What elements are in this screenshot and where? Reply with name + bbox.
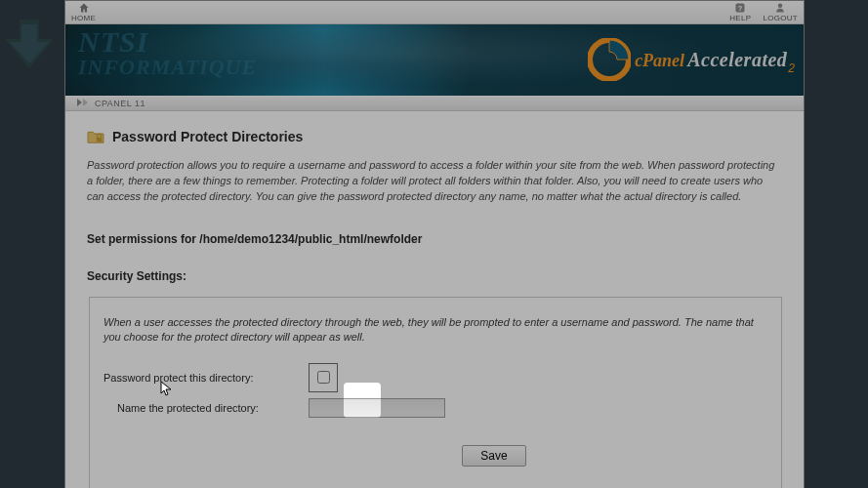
app-window: HOME ? HELP LOGOUT — [64, 0, 805, 488]
logout-icon — [774, 2, 786, 14]
home-icon — [78, 2, 90, 14]
permissions-heading: Set permissions for /home/demo1234/publi… — [87, 232, 782, 246]
directory-name-input[interactable] — [309, 398, 445, 418]
top-bar: HOME ? HELP LOGOUT — [65, 1, 804, 24]
protect-checkbox[interactable] — [317, 371, 330, 384]
background-logo — [0, 15, 59, 85]
svg-point-2 — [778, 4, 783, 9]
directory-name-label: Name the protected directory: — [103, 402, 309, 414]
security-note: When a user accesses the protected direc… — [103, 315, 767, 346]
help-button[interactable]: ? HELP — [729, 2, 751, 22]
protect-checkbox-label: Password protect this directory: — [103, 372, 309, 384]
save-button[interactable]: Save — [462, 445, 525, 467]
cpanel-branding: cPanel Accelerated2 — [588, 38, 794, 81]
security-heading: Security Settings: — [87, 269, 782, 283]
help-icon: ? — [734, 2, 746, 14]
page-description: Password protection allows you to requir… — [87, 158, 782, 205]
logout-label: LOGOUT — [763, 14, 798, 22]
breadcrumb-label: CPANEL 11 — [95, 99, 145, 108]
cpanel-logo-text: cPanel — [635, 51, 684, 70]
folder-lock-icon — [87, 129, 104, 144]
help-label: HELP — [729, 14, 751, 22]
header-banner: cPanel Accelerated2 — [65, 24, 804, 96]
protect-checkbox-highlight — [309, 363, 338, 392]
accelerated-sub: 2 — [788, 61, 795, 75]
svg-text:?: ? — [738, 4, 743, 13]
svg-rect-4 — [97, 138, 102, 142]
page-title: Password Protect Directories — [112, 129, 303, 144]
mouse-cursor-icon — [160, 381, 174, 398]
accelerated-text: Accelerated — [687, 49, 787, 70]
home-label: HOME — [71, 14, 96, 22]
home-button[interactable]: HOME — [71, 2, 96, 22]
cpanel-logo-icon — [588, 38, 631, 81]
breadcrumb[interactable]: CPANEL 11 — [65, 96, 804, 111]
security-settings-box: When a user accesses the protected direc… — [89, 297, 782, 488]
logout-button[interactable]: LOGOUT — [763, 2, 798, 22]
main-content: Password Protect Directories Password pr… — [65, 111, 804, 488]
